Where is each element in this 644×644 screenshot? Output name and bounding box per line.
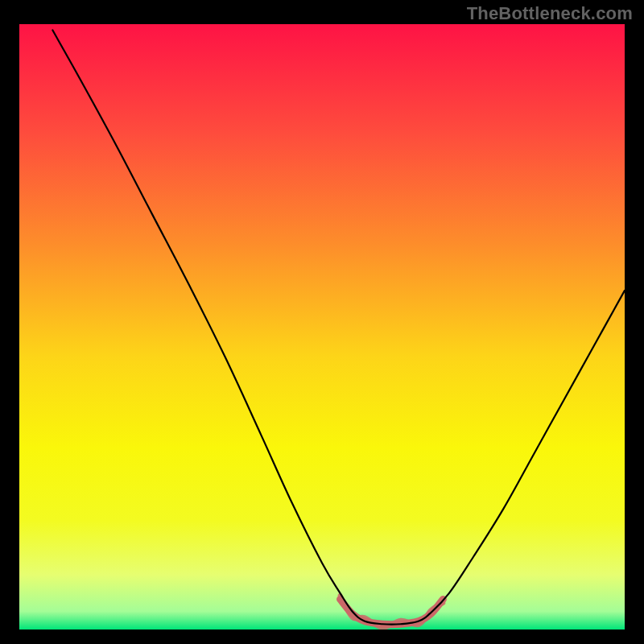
chart-background [19,24,625,630]
plot-area [19,24,625,630]
watermark-text: TheBottleneck.com [467,3,633,24]
chart-frame: TheBottleneck.com [0,0,644,644]
chart-svg [19,24,625,630]
